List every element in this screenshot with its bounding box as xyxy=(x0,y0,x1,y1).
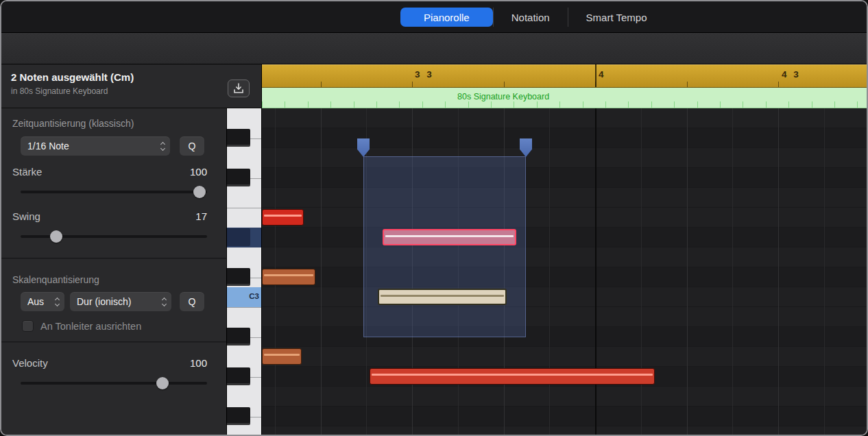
piano-key[interactable] xyxy=(227,247,262,267)
bar-ruler[interactable]: 3 344 3 xyxy=(262,64,868,88)
ruler-bar-label: 3 3 xyxy=(415,69,434,80)
snap-to-scale-label: An Tonleiter ausrichten xyxy=(40,321,141,332)
grid-line xyxy=(321,108,322,436)
grid-row xyxy=(262,407,868,426)
scale-quantize-apply-button[interactable]: Q xyxy=(180,292,204,311)
time-quantize-dropdown[interactable]: 1/16 Note xyxy=(21,136,170,156)
stepper-updown-icon xyxy=(161,143,165,150)
slider-thumb[interactable] xyxy=(193,186,206,198)
snap-to-scale-checkbox[interactable] xyxy=(22,320,34,332)
piano-key[interactable] xyxy=(227,188,262,208)
piano-key[interactable] xyxy=(227,128,262,148)
piano-key[interactable] xyxy=(227,307,262,327)
ruler-tick xyxy=(778,82,779,87)
grid-row xyxy=(262,128,868,148)
midi-note[interactable] xyxy=(262,348,302,365)
piano-key[interactable] xyxy=(227,208,262,228)
black-key xyxy=(227,328,250,346)
black-key xyxy=(227,268,250,286)
grid-row xyxy=(262,347,868,367)
scale-root-value: Aus xyxy=(27,296,51,307)
slider-thumb[interactable] xyxy=(156,377,169,389)
grid-row xyxy=(262,426,868,436)
swing-slider[interactable] xyxy=(21,230,207,243)
midi-note-selected[interactable] xyxy=(383,229,516,245)
slider-track xyxy=(21,235,207,238)
grid-row xyxy=(262,267,868,287)
piano-keys: C3 xyxy=(226,108,262,436)
velocity-line xyxy=(385,235,514,237)
grid-row xyxy=(262,188,868,208)
piano-key[interactable] xyxy=(227,168,262,188)
velocity-label: Velocity xyxy=(12,357,48,369)
selection-marquee[interactable] xyxy=(363,156,526,337)
time-quantize-value: 1/16 Note xyxy=(27,141,157,152)
tab-notation[interactable]: Notation xyxy=(493,8,568,27)
midi-note-selected[interactable] xyxy=(378,289,507,305)
piano-key[interactable] xyxy=(227,148,262,168)
logic-piano-roll-window: Pianorolle Notation Smart Tempo Bearbeit… xyxy=(0,0,868,436)
black-key xyxy=(227,407,250,425)
slider-track xyxy=(21,382,207,385)
grid-line xyxy=(732,108,733,436)
download-tray-icon xyxy=(232,82,245,95)
ruler-tick xyxy=(412,82,413,87)
midi-note[interactable] xyxy=(370,368,655,385)
stepper-updown-icon xyxy=(56,298,59,306)
slider-thumb[interactable] xyxy=(50,230,62,243)
ruler-tick xyxy=(321,82,322,87)
velocity-line xyxy=(381,295,504,297)
note-grid[interactable] xyxy=(262,108,868,436)
piano-key[interactable] xyxy=(227,327,262,347)
piano-key[interactable] xyxy=(227,347,262,367)
track-region-strip[interactable]: 80s Signature Keyboard xyxy=(262,88,868,108)
strength-slider[interactable] xyxy=(21,185,207,199)
piano-key[interactable] xyxy=(227,387,262,407)
grid-line xyxy=(824,108,825,436)
grid-line xyxy=(549,108,550,436)
black-key xyxy=(227,367,250,385)
black-key xyxy=(227,129,250,147)
time-quantize-section-label: Zeitquantisierung (klassisch) xyxy=(12,118,134,129)
ruler-bar-label: 4 3 xyxy=(782,69,801,80)
grid-row xyxy=(262,307,868,327)
region-tick-marks xyxy=(262,101,868,108)
swing-value: 17 xyxy=(195,210,207,222)
piano-key[interactable] xyxy=(227,228,262,247)
tab-pianorolle[interactable]: Pianorolle xyxy=(400,8,493,27)
key-separator xyxy=(250,278,262,278)
scale-mode-dropdown[interactable]: Dur (ionisch) xyxy=(70,292,171,311)
key-label-c3: C3 xyxy=(249,292,259,300)
tab-smart-tempo[interactable]: Smart Tempo xyxy=(568,8,665,27)
velocity-value: 100 xyxy=(190,357,207,369)
ruler-bar-line xyxy=(595,64,596,87)
strength-value: 100 xyxy=(190,166,207,178)
midi-note[interactable] xyxy=(262,269,315,285)
piano-key[interactable] xyxy=(227,108,262,128)
track-region-name: 80s Signature Keyboard xyxy=(457,92,549,101)
scale-root-dropdown[interactable]: Aus xyxy=(21,292,64,311)
velocity-slider[interactable] xyxy=(21,376,207,390)
piano-key[interactable]: C3 xyxy=(227,287,262,307)
key-separator xyxy=(250,417,262,417)
piano-key[interactable] xyxy=(227,367,262,387)
piano-key[interactable] xyxy=(227,267,262,287)
editor-tabs: Pianorolle Notation Smart Tempo xyxy=(400,8,665,27)
apply-button[interactable] xyxy=(228,80,250,97)
top-tab-bar: Pianorolle Notation Smart Tempo xyxy=(1,1,867,33)
piano-key[interactable] xyxy=(227,426,262,436)
quantize-apply-button[interactable]: Q xyxy=(180,136,204,156)
grid-line xyxy=(595,108,596,436)
midi-note[interactable] xyxy=(262,209,304,226)
ruler-bar-label: 4 xyxy=(599,69,606,80)
selection-title: 2 Noten ausgewählt (Cm) xyxy=(11,71,134,83)
scale-quantize-section-label: Skalenquantisierung xyxy=(12,274,99,285)
grid-row xyxy=(262,247,868,267)
editor-toolbar: Bearbeiten Funktionen Ansicht xyxy=(1,33,867,64)
grid-line xyxy=(641,108,642,436)
swing-label: Swing xyxy=(12,210,40,222)
black-key xyxy=(227,228,250,246)
piano-key[interactable] xyxy=(227,407,262,426)
grid-row xyxy=(262,148,868,168)
piano-roll-inspector: Zeitquantisierung (klassisch) 1/16 Note … xyxy=(1,108,226,436)
